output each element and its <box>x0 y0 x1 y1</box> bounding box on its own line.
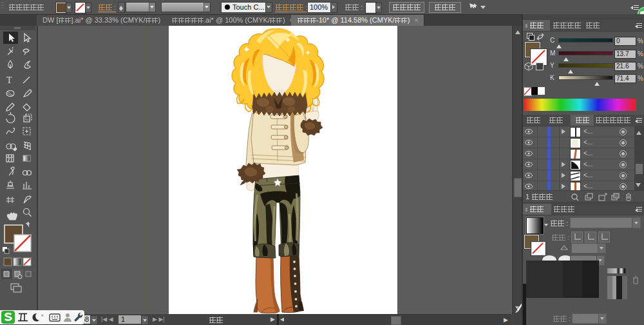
svg-text:T: T <box>6 75 12 85</box>
